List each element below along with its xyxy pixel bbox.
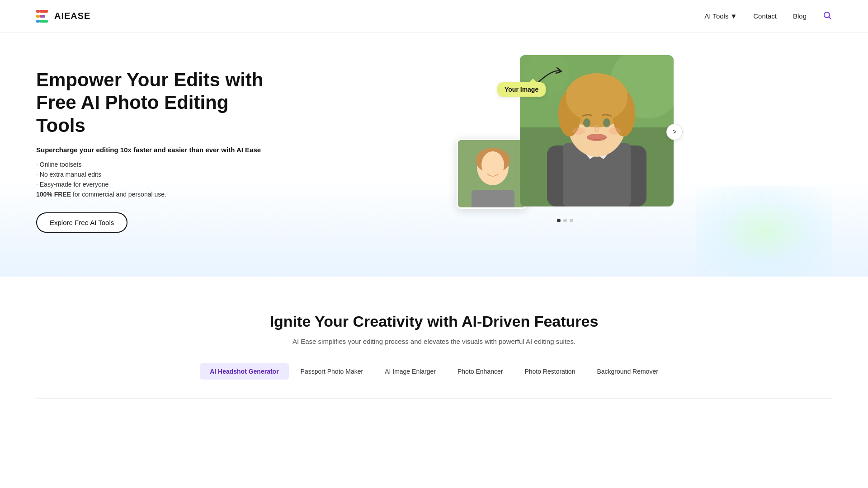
- svg-point-28: [587, 134, 607, 141]
- nav-blog[interactable]: Blog: [793, 12, 807, 20]
- feature-item: · Easy-made for everyone: [36, 181, 271, 188]
- svg-rect-4: [40, 15, 45, 18]
- feature-item: · Online toolsets: [36, 161, 271, 168]
- carousel-next-button[interactable]: >: [666, 124, 683, 140]
- svg-point-30: [609, 127, 621, 135]
- tab-ai-headshot-generator[interactable]: AI Headshot Generator: [200, 363, 288, 380]
- feature-item: · No extra manual edits: [36, 171, 271, 178]
- search-icon[interactable]: [823, 11, 832, 22]
- hero-image-container: Your Image: [457, 55, 674, 209]
- hero-right: Your Image: [271, 60, 832, 277]
- chevron-down-icon: ▼: [730, 12, 737, 20]
- hero-title: Empower Your Edits with Free AI Photo Ed…: [36, 69, 271, 137]
- nav-contact[interactable]: Contact: [753, 12, 777, 20]
- svg-point-27: [603, 118, 610, 127]
- tab-photo-restoration[interactable]: Photo Restoration: [514, 363, 585, 380]
- carousel-dots: [557, 219, 573, 222]
- svg-line-7: [829, 17, 831, 19]
- svg-rect-2: [36, 20, 40, 23]
- svg-point-11: [481, 151, 504, 178]
- feature-item: 100% FREE for commercial and personal us…: [36, 191, 271, 198]
- features-title: Ignite Your Creativity with AI-Driven Fe…: [36, 313, 832, 330]
- tab-passport-photo-maker[interactable]: Passport Photo Maker: [291, 363, 373, 380]
- navbar: AIEASE AI Tools ▼ Contact Blog: [0, 0, 868, 33]
- svg-rect-1: [36, 15, 40, 18]
- carousel-dot-1[interactable]: [557, 219, 561, 222]
- features-section: Ignite Your Creativity with AI-Driven Fe…: [0, 277, 868, 398]
- feature-tabs: AI Headshot Generator Passport Photo Mak…: [36, 363, 832, 380]
- tab-background-remover[interactable]: Background Remover: [587, 363, 668, 380]
- free-label: 100% FREE: [36, 191, 71, 198]
- hero-subtitle: Supercharge your editing 10x faster and …: [36, 146, 271, 154]
- carousel-dot-3[interactable]: [570, 219, 573, 222]
- speech-bubble: Your Image: [497, 82, 546, 97]
- hero-gradient-decoration: [696, 186, 832, 277]
- tab-ai-image-enlarger[interactable]: AI Image Enlarger: [375, 363, 446, 380]
- svg-point-26: [583, 118, 590, 127]
- hero-section: Empower Your Edits with Free AI Photo Ed…: [0, 33, 868, 277]
- tab-photo-enhancer[interactable]: Photo Enhancer: [448, 363, 513, 380]
- thumbnail-image: [458, 140, 527, 209]
- features-subtitle: AI Ease simplifies your editing process …: [36, 338, 832, 345]
- svg-rect-3: [40, 10, 48, 13]
- svg-point-29: [572, 127, 585, 135]
- nav-links: AI Tools ▼ Contact Blog: [704, 11, 832, 22]
- svg-point-25: [566, 75, 627, 122]
- tab-divider: [36, 398, 832, 399]
- svg-rect-12: [472, 190, 514, 209]
- explore-button[interactable]: Explore Free AI Tools: [36, 212, 127, 233]
- logo[interactable]: AIEASE: [36, 10, 90, 23]
- carousel-dot-2[interactable]: [563, 219, 567, 222]
- svg-rect-0: [36, 10, 40, 13]
- hero-features: · Online toolsets · No extra manual edit…: [36, 161, 271, 198]
- logo-icon: [36, 10, 51, 23]
- svg-rect-5: [40, 20, 48, 23]
- thumbnail-photo: [457, 139, 527, 209]
- hero-left: Empower Your Edits with Free AI Photo Ed…: [36, 60, 271, 233]
- nav-ai-tools[interactable]: AI Tools ▼: [704, 12, 737, 20]
- logo-text: AIEASE: [54, 11, 90, 21]
